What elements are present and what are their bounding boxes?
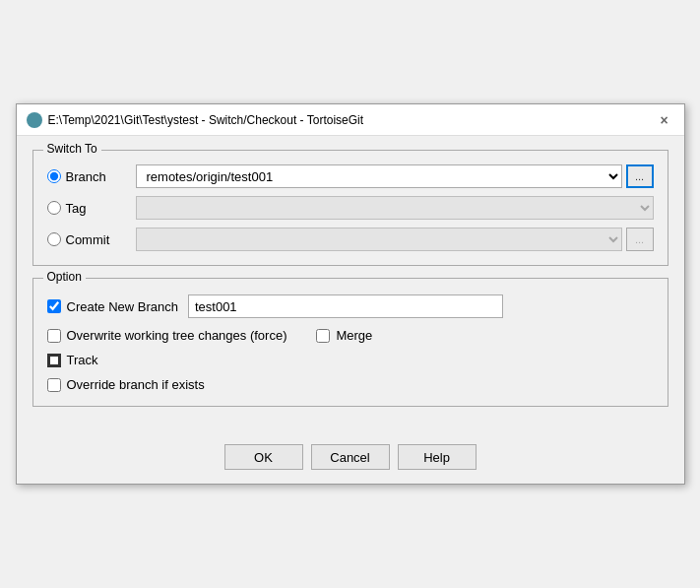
track-checkbox[interactable] [47, 354, 61, 367]
commit-radio[interactable] [47, 232, 61, 246]
commit-dropdown[interactable] [136, 228, 622, 251]
override-label-text: Override branch if exists [67, 377, 205, 392]
commit-row: Commit ... [47, 228, 654, 251]
branch-row: Branch remotes/origin/test001 ... [47, 164, 654, 188]
track-label-text: Track [67, 353, 98, 367]
create-branch-row: Create New Branch [47, 294, 654, 318]
overwrite-merge-row: Overwrite working tree changes (force) M… [47, 328, 654, 343]
branch-radio[interactable] [47, 169, 61, 183]
merge-checkbox-label[interactable]: Merge [316, 328, 372, 343]
ok-button[interactable]: OK [224, 444, 303, 470]
main-window: E:\Temp\2021\Git\Test\ystest - Switch/Ch… [16, 103, 685, 485]
option-label: Option [43, 270, 86, 284]
create-branch-checkbox[interactable] [47, 299, 61, 313]
close-button[interactable]: × [655, 110, 674, 130]
branch-label-text: Branch [66, 169, 106, 184]
option-group: Option Create New Branch Overwrite worki… [32, 278, 668, 407]
create-branch-label-text: Create New Branch [67, 299, 178, 314]
create-branch-checkbox-label[interactable]: Create New Branch [47, 299, 178, 314]
branch-dropdown[interactable]: remotes/origin/test001 [136, 164, 622, 188]
window-title: E:\Temp\2021\Git\Test\ystest - Switch/Ch… [48, 113, 364, 127]
branch-dropdown-container: remotes/origin/test001 ... [136, 164, 654, 188]
app-icon [27, 112, 42, 128]
track-row: Track [47, 353, 654, 367]
commit-dropdown-wrapper [136, 228, 622, 251]
branch-browse-button[interactable]: ... [626, 164, 654, 188]
switch-to-label: Switch To [43, 142, 101, 156]
title-bar-left: E:\Temp\2021\Git\Test\ystest - Switch/Ch… [27, 112, 364, 128]
override-checkbox-label[interactable]: Override branch if exists [47, 377, 205, 392]
option-rows: Create New Branch Overwrite working tree… [47, 294, 654, 392]
commit-dropdown-container: ... [136, 228, 654, 251]
override-row: Override branch if exists [47, 377, 654, 392]
tag-radio-label[interactable]: Tag [47, 201, 126, 216]
tag-dropdown-wrapper [136, 196, 654, 220]
merge-checkbox[interactable] [316, 329, 330, 343]
commit-radio-label[interactable]: Commit [47, 232, 126, 247]
overwrite-checkbox[interactable] [47, 329, 61, 343]
new-branch-input[interactable] [188, 294, 503, 318]
switch-to-group: Switch To Branch remotes/origin/test001 [32, 150, 668, 266]
cancel-button[interactable]: Cancel [311, 444, 390, 470]
commit-label-text: Commit [66, 232, 110, 247]
branch-radio-label[interactable]: Branch [47, 169, 126, 184]
commit-browse-button[interactable]: ... [626, 228, 654, 251]
override-checkbox[interactable] [47, 378, 61, 392]
overwrite-label-text: Overwrite working tree changes (force) [67, 328, 287, 343]
content-area: Switch To Branch remotes/origin/test001 [17, 136, 684, 432]
tag-row: Tag [47, 196, 654, 220]
tag-label-text: Tag [66, 201, 87, 216]
merge-label-text: Merge [336, 328, 372, 343]
help-button[interactable]: Help [398, 444, 477, 470]
footer: OK Cancel Help [17, 432, 684, 484]
tag-dropdown[interactable] [136, 196, 654, 220]
switch-to-rows: Branch remotes/origin/test001 ... [47, 164, 654, 251]
branch-dropdown-wrapper: remotes/origin/test001 [136, 164, 622, 188]
tag-radio[interactable] [47, 201, 61, 215]
overwrite-checkbox-label[interactable]: Overwrite working tree changes (force) [47, 328, 287, 343]
tag-dropdown-container [136, 196, 654, 220]
track-checkbox-label[interactable]: Track [47, 353, 98, 367]
title-bar: E:\Temp\2021\Git\Test\ystest - Switch/Ch… [17, 104, 684, 136]
